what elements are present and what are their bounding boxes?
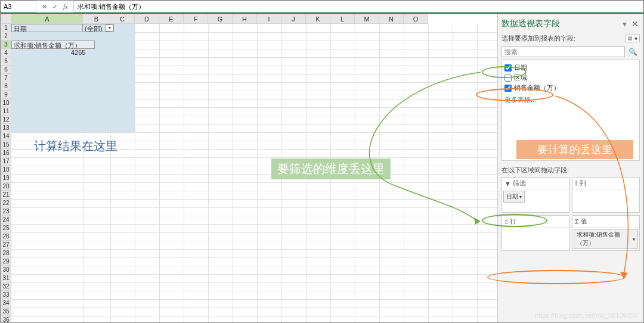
field-checkbox[interactable]	[504, 85, 512, 92]
rows-icon: ≡	[504, 218, 508, 225]
field-1[interactable]: 区域	[504, 73, 637, 83]
row-header-29[interactable]: 29	[1, 257, 11, 266]
pivot-value: 4265	[71, 49, 85, 56]
col-header-N[interactable]: N	[379, 14, 404, 24]
drop-zones: ▼筛选 日期▾ ⦀列 ≡行 Σ值 求和项:销售金额（万）▾	[501, 177, 640, 251]
row-header-13[interactable]: 13	[1, 124, 11, 132]
column-headers: ABCDEFGHIJKLMNO	[11, 14, 428, 24]
pane-subtitle: 选择要添加到报表的字段:	[501, 34, 575, 43]
spreadsheet-area[interactable]: ABCDEFGHIJKLMNO 123456789101112131415161…	[1, 14, 497, 322]
row-header-2[interactable]: 2	[1, 32, 11, 41]
watermark: https://blog.csdn.net/m0_56109255	[535, 312, 637, 319]
filter-zone[interactable]: ▼筛选 日期▾	[501, 177, 569, 213]
row-header-12[interactable]: 12	[1, 116, 11, 124]
row-header-35[interactable]: 35	[1, 308, 11, 316]
confirm-icon[interactable]: ✓	[51, 3, 59, 11]
col-header-C[interactable]: C	[110, 14, 135, 24]
field-label: 销售金额（万）	[514, 83, 560, 92]
zone-tag[interactable]: 日期▾	[503, 191, 525, 203]
row-header-15[interactable]: 15	[1, 141, 11, 149]
row-header-30[interactable]: 30	[1, 266, 11, 274]
row-header-19[interactable]: 19	[1, 174, 11, 182]
field-label: 日期	[514, 63, 527, 72]
filter-zone-title: 筛选	[513, 179, 526, 188]
row-header-4[interactable]: 4	[1, 49, 11, 57]
row-header-36[interactable]: 36	[1, 316, 11, 322]
row-header-7[interactable]: 7	[1, 74, 11, 82]
row-headers: 1234567891011121314151617181920212223242…	[1, 24, 11, 322]
gear-icon[interactable]: ⚙ ▾	[625, 35, 640, 42]
col-header-G[interactable]: G	[208, 14, 233, 24]
row-header-32[interactable]: 32	[1, 282, 11, 291]
field-checkbox[interactable]	[504, 74, 512, 82]
col-header-A[interactable]: A	[11, 14, 83, 24]
row-header-24[interactable]: 24	[1, 216, 11, 224]
row-header-23[interactable]: 23	[1, 207, 11, 216]
field-label: 区域	[514, 73, 527, 82]
select-all-corner[interactable]	[1, 14, 11, 24]
pane-subtitle-row: 选择要添加到报表的字段: ⚙ ▾	[501, 32, 640, 45]
col-header-O[interactable]: O	[404, 14, 428, 24]
row-header-27[interactable]: 27	[1, 241, 11, 249]
row-header-8[interactable]: 8	[1, 82, 11, 91]
pane-title-row: 数据透视表字段 ▾ ✕	[501, 16, 640, 32]
values-icon: Σ	[575, 218, 579, 225]
col-header-J[interactable]: J	[281, 14, 306, 24]
col-header-M[interactable]: M	[355, 14, 379, 24]
col-header-K[interactable]: K	[306, 14, 330, 24]
columns-zone[interactable]: ⦀列	[572, 177, 640, 213]
row-header-33[interactable]: 33	[1, 291, 11, 299]
filter-dropdown-icon[interactable]: ▾	[106, 24, 114, 32]
col-header-F[interactable]: F	[184, 14, 208, 24]
zone-tag[interactable]: 求和项:销售金额（万）▾	[574, 229, 638, 249]
values-zone-title: 值	[581, 217, 587, 226]
row-header-10[interactable]: 10	[1, 99, 11, 107]
values-zone[interactable]: Σ值 求和项:销售金额（万）▾	[572, 215, 640, 251]
row-header-31[interactable]: 31	[1, 274, 11, 282]
rows-zone[interactable]: ≡行	[501, 215, 569, 251]
pivot-sum-label: 求和项:销售金额（万）	[11, 41, 95, 49]
search-icon[interactable]: 🔍	[626, 48, 640, 56]
row-header-28[interactable]: 28	[1, 249, 11, 257]
row-header-11[interactable]: 11	[1, 107, 11, 116]
field-list: 日期区域销售金额（万） 更多表格... 要计算的丢这里	[501, 60, 640, 161]
col-header-B[interactable]: B	[83, 14, 110, 24]
col-header-I[interactable]: I	[257, 14, 281, 24]
more-tables-link[interactable]: 更多表格...	[504, 93, 637, 107]
row-header-5[interactable]: 5	[1, 57, 11, 66]
close-icon[interactable]: ✕	[630, 19, 640, 29]
cancel-icon[interactable]: ✕	[40, 3, 48, 11]
col-header-E[interactable]: E	[159, 14, 184, 24]
row-header-9[interactable]: 9	[1, 91, 11, 99]
row-header-34[interactable]: 34	[1, 299, 11, 308]
row-header-20[interactable]: 20	[1, 182, 11, 191]
row-header-25[interactable]: 25	[1, 224, 11, 232]
name-box[interactable]	[1, 1, 36, 13]
filter-icon: ▼	[504, 180, 511, 187]
row-header-17[interactable]: 17	[1, 157, 11, 166]
pane-menu-icon[interactable]: ▾	[623, 19, 627, 29]
search-input[interactable]	[501, 46, 625, 57]
drag-label: 在以下区域间拖动字段:	[501, 161, 640, 177]
pane-title: 数据透视表字段	[501, 18, 560, 29]
fx-icon[interactable]: fx	[61, 3, 70, 11]
col-header-L[interactable]: L	[330, 14, 355, 24]
row-header-22[interactable]: 22	[1, 199, 11, 207]
row-header-6[interactable]: 6	[1, 66, 11, 74]
columns-zone-title: 列	[580, 179, 586, 188]
cells-area[interactable]: 日期 (全部) ▾ 求和项:销售金额（万） 4265	[11, 24, 497, 322]
field-checkbox[interactable]	[504, 64, 512, 72]
row-header-14[interactable]: 14	[1, 132, 11, 141]
formula-input[interactable]	[73, 1, 643, 13]
field-2[interactable]: 销售金额（万）	[504, 83, 637, 93]
annotation-calc: 要计算的丢这里	[516, 140, 633, 159]
row-header-16[interactable]: 16	[1, 149, 11, 157]
field-0[interactable]: 日期	[504, 63, 637, 73]
col-header-D[interactable]: D	[135, 14, 159, 24]
row-header-26[interactable]: 26	[1, 232, 11, 241]
row-header-21[interactable]: 21	[1, 191, 11, 199]
col-header-H[interactable]: H	[233, 14, 257, 24]
row-header-18[interactable]: 18	[1, 166, 11, 174]
row-header-3[interactable]: 3	[1, 41, 11, 49]
row-header-1[interactable]: 1	[1, 24, 11, 32]
